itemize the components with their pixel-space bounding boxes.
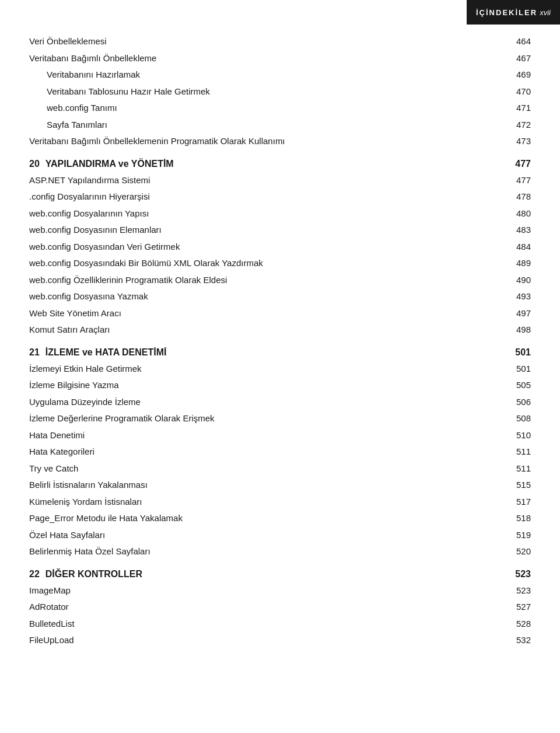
toc-entry-title: Veri Önbelleklemesi — [29, 35, 107, 48]
toc-entry-title: Web Site Yönetim Aracı — [29, 307, 121, 320]
toc-entry-title: Try ve Catch — [29, 462, 78, 476]
toc-entry-title: İzleme Bilgisine Yazma — [29, 379, 119, 392]
toc-entry-page: 528 — [502, 617, 531, 631]
header-bar: İÇİNDEKİLER xvii — [467, 0, 560, 25]
toc-entry: web.config Dosyalarının Yapısı480 — [29, 207, 531, 221]
toc-entry: web.config Dosyasındaki Bir Bölümü XML O… — [29, 257, 531, 270]
toc-entry-page: 472 — [502, 118, 531, 132]
toc-entry-page: 517 — [502, 495, 531, 509]
toc-entry: Veritabanı Bağımlı Önbelleklemenin Progr… — [29, 135, 531, 148]
toc-entry-page: 498 — [502, 323, 531, 337]
section-header: 20 YAPILANDIRMA ve YÖNETİM477 — [29, 159, 531, 169]
toc-entry: Uygulama Düzeyinde İzleme506 — [29, 396, 531, 409]
toc-entry-title: .config Dosyalarının Hiyerarşisi — [29, 190, 150, 204]
section-number: 20 — [29, 159, 40, 169]
toc-entry: ImageMap523 — [29, 584, 531, 598]
toc-entry-page: 473 — [502, 135, 531, 148]
toc-entry-page: 497 — [502, 307, 531, 320]
toc-entry-title: Sayfa Tanımları — [29, 118, 107, 132]
toc-entry-title: İzleme Değerlerine Programatik Olarak Er… — [29, 412, 215, 425]
toc-entry-page: 470 — [502, 85, 531, 99]
toc-entry-title: Hata Denetimi — [29, 429, 85, 442]
toc-entry-page: 511 — [502, 462, 531, 476]
toc-entry: İzleme Bilgisine Yazma505 — [29, 379, 531, 392]
toc-entry-page: 480 — [502, 207, 531, 221]
toc-entry: AdRotator527 — [29, 601, 531, 614]
toc-entry-page: 477 — [502, 174, 531, 187]
toc-entry-page: 467 — [502, 52, 531, 65]
toc-entry-title: Veritabanı Bağımlı Önbellekleme — [29, 52, 156, 65]
section-header: 21 İZLEME ve HATA DENETİMİ501 — [29, 347, 531, 358]
toc-entry: Sayfa Tanımları472 — [29, 118, 531, 132]
toc-entry: web.config Tanımı471 — [29, 102, 531, 115]
toc-entry: FileUpLoad532 — [29, 634, 531, 647]
toc-entry-page: 527 — [502, 601, 531, 614]
section-title: DİĞER KONTROLLER — [46, 569, 142, 580]
toc-entry-title: web.config Dosyasına Yazmak — [29, 290, 148, 303]
toc-entry-title: Veritabanı Tablosunu Hazır Hale Getirmek — [29, 85, 210, 99]
toc-entry-title: Komut Satırı Araçları — [29, 323, 110, 337]
toc-entry: Kümeleniş Yordam İstisnaları517 — [29, 495, 531, 509]
toc-entry-title: ImageMap — [29, 584, 71, 598]
toc-entry-page: 520 — [502, 545, 531, 559]
toc-entry-title: web.config Dosyasındaki Bir Bölümü XML O… — [29, 257, 263, 270]
toc-entry: ASP.NET Yapılandırma Sistemi477 — [29, 174, 531, 187]
toc-entry-title: Page_Error Metodu ile Hata Yakalamak — [29, 512, 183, 525]
toc-entry-page: 471 — [502, 102, 531, 115]
toc-entry: Try ve Catch511 — [29, 462, 531, 476]
section-page-number: 523 — [502, 569, 531, 580]
toc-entry: İzlemeyi Etkin Hale Getirmek501 — [29, 362, 531, 376]
toc-entry-page: 493 — [502, 290, 531, 303]
toc-content: Veri Önbelleklemesi464Veritabanı Bağımlı… — [0, 0, 560, 674]
toc-entry-title: FileUpLoad — [29, 634, 74, 647]
toc-entry-page: 490 — [502, 274, 531, 287]
toc-entry: Belirli İstisnaların Yakalanması515 — [29, 479, 531, 492]
toc-entry-page: 501 — [502, 362, 531, 376]
toc-entry-page: 523 — [502, 584, 531, 598]
toc-entry: .config Dosyalarının Hiyerarşisi478 — [29, 190, 531, 204]
toc-entry-page: 464 — [502, 35, 531, 48]
section-number: 21 — [29, 347, 40, 358]
toc-entry-page: 506 — [502, 396, 531, 409]
toc-entry-page: 484 — [502, 240, 531, 254]
toc-entry: Hata Denetimi510 — [29, 429, 531, 442]
toc-entry-title: ASP.NET Yapılandırma Sistemi — [29, 174, 150, 187]
section-title: İZLEME ve HATA DENETİMİ — [46, 347, 167, 358]
toc-entry-page: 508 — [502, 412, 531, 425]
toc-entry-page: 511 — [502, 445, 531, 459]
toc-entry: web.config Dosyasından Veri Getirmek484 — [29, 240, 531, 254]
toc-entry: web.config Özelliklerinin Programatik Ol… — [29, 274, 531, 287]
section-page-number: 501 — [502, 347, 531, 358]
toc-entry-title: Belirli İstisnaların Yakalanması — [29, 479, 148, 492]
header-page: xvii — [540, 8, 551, 17]
toc-entry-page: 483 — [502, 224, 531, 237]
toc-entry-page: 515 — [502, 479, 531, 492]
toc-entry: Veritabanını Hazırlamak469 — [29, 68, 531, 82]
toc-entry: web.config Dosyasının Elemanları483 — [29, 224, 531, 237]
toc-entry-title: web.config Tanımı — [29, 102, 117, 115]
section-number: 22 — [29, 569, 40, 580]
toc-entry-title: Özel Hata Sayfaları — [29, 529, 105, 542]
toc-entry-title: web.config Özelliklerinin Programatik Ol… — [29, 274, 227, 287]
toc-entry-title: web.config Dosyasından Veri Getirmek — [29, 240, 180, 254]
toc-entry-page: 489 — [502, 257, 531, 270]
section-header: 22 DİĞER KONTROLLER523 — [29, 569, 531, 580]
toc-entry-page: 532 — [502, 634, 531, 647]
toc-entry-page: 505 — [502, 379, 531, 392]
toc-entry: Komut Satırı Araçları498 — [29, 323, 531, 337]
toc-entry: Page_Error Metodu ile Hata Yakalamak518 — [29, 512, 531, 525]
toc-entry: web.config Dosyasına Yazmak493 — [29, 290, 531, 303]
toc-entry-title: Kümeleniş Yordam İstisnaları — [29, 495, 142, 509]
section-page-number: 477 — [502, 159, 531, 169]
toc-entry: Belirlenmiş Hata Özel Sayfaları520 — [29, 545, 531, 559]
toc-entry-page: 518 — [502, 512, 531, 525]
section-title: YAPILANDIRMA ve YÖNETİM — [46, 159, 174, 169]
toc-entry-title: web.config Dosyalarının Yapısı — [29, 207, 149, 221]
toc-entry: Veritabanı Tablosunu Hazır Hale Getirmek… — [29, 85, 531, 99]
toc-entry-title: AdRotator — [29, 601, 69, 614]
toc-entry-title: BulletedList — [29, 617, 75, 631]
toc-entry-title: Uygulama Düzeyinde İzleme — [29, 396, 141, 409]
toc-entry-title: İzlemeyi Etkin Hale Getirmek — [29, 362, 142, 376]
toc-entry-page: 519 — [502, 529, 531, 542]
toc-entry: Hata Kategorileri511 — [29, 445, 531, 459]
